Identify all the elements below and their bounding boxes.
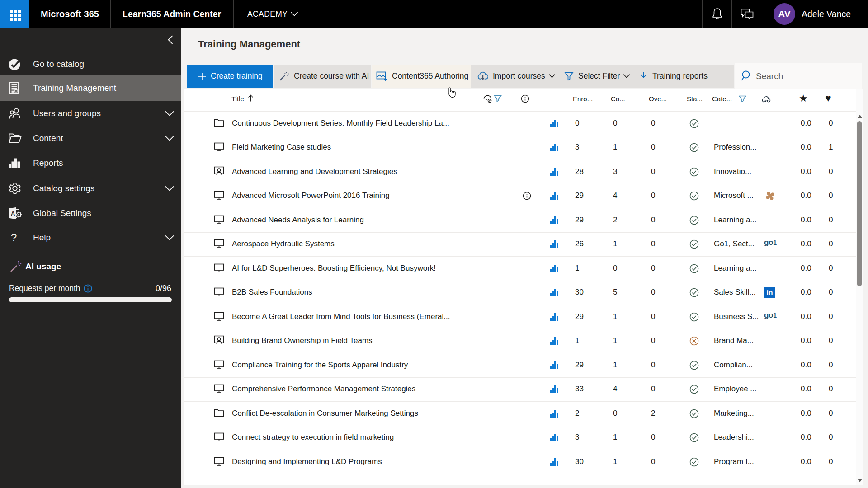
- svg-text:A: A: [11, 210, 15, 217]
